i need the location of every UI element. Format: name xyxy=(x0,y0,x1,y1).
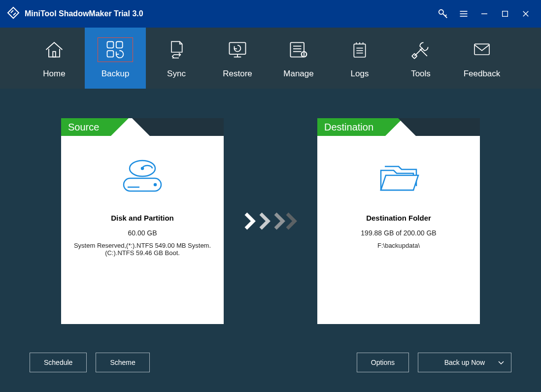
tools-icon xyxy=(410,37,432,62)
destination-path: F:\backupdata\ xyxy=(372,242,426,249)
sync-icon xyxy=(167,37,186,62)
nav-label: Feedback xyxy=(464,69,501,79)
arrow-icon xyxy=(243,118,298,324)
source-details: System Reserved,(*:).NTFS 549.00 MB Syst… xyxy=(61,242,224,257)
nav-label: Home xyxy=(43,69,65,79)
destination-card[interactable]: Destination Destination Folder 199.88 GB… xyxy=(317,118,480,324)
nav-label: Logs xyxy=(351,69,369,79)
main-area: Source Disk and Partition 60.00 GB Syste… xyxy=(0,89,541,392)
backup-icon xyxy=(98,37,133,62)
minimize-button[interactable] xyxy=(476,5,493,22)
source-title: Disk and Partition xyxy=(111,214,174,222)
home-icon xyxy=(43,37,65,62)
close-button[interactable] xyxy=(517,5,534,22)
svg-rect-8 xyxy=(53,52,56,57)
back-up-now-label: Back up Now xyxy=(444,359,485,366)
svg-rect-12 xyxy=(230,42,246,54)
destination-tab-label: Destination xyxy=(317,118,385,136)
app-logo-icon xyxy=(7,6,20,21)
nav-manage[interactable]: Manage xyxy=(268,28,329,89)
nav-feedback[interactable]: Feedback xyxy=(451,28,512,89)
svg-rect-9 xyxy=(107,42,114,48)
nav-label: Manage xyxy=(283,69,313,79)
nav-sync[interactable]: Sync xyxy=(146,28,207,89)
svg-point-30 xyxy=(141,167,143,169)
destination-title: Destination Folder xyxy=(366,214,431,222)
source-size: 60.00 GB xyxy=(128,229,157,237)
nav-label: Backup xyxy=(101,69,130,79)
key-icon[interactable] xyxy=(435,5,451,22)
source-card[interactable]: Source Disk and Partition 60.00 GB Syste… xyxy=(61,118,224,324)
destination-size: 199.88 GB of 200.00 GB xyxy=(361,229,436,237)
app-title: MiniTool ShadowMaker Trial 3.0 xyxy=(25,9,143,18)
nav-label: Restore xyxy=(223,69,252,79)
logs-icon xyxy=(350,37,370,62)
schedule-button[interactable]: Schedule xyxy=(30,353,87,372)
restore-icon xyxy=(227,37,248,62)
back-up-now-button[interactable]: Back up Now xyxy=(418,353,511,372)
disk-icon xyxy=(118,158,167,199)
svg-rect-15 xyxy=(291,42,304,57)
svg-rect-10 xyxy=(116,42,123,48)
nav-home[interactable]: Home xyxy=(24,28,85,89)
nav-tools[interactable]: Tools xyxy=(390,28,451,89)
nav-logs[interactable]: Logs xyxy=(329,28,390,89)
nav-label: Sync xyxy=(167,69,186,79)
maximize-button[interactable] xyxy=(497,5,513,22)
bottom-bar: Schedule Scheme Options Back up Now xyxy=(30,353,511,372)
svg-rect-5 xyxy=(503,11,508,17)
manage-icon xyxy=(288,37,309,62)
nav-label: Tools xyxy=(411,69,431,79)
menu-icon[interactable] xyxy=(455,5,472,22)
nav-restore[interactable]: Restore xyxy=(207,28,268,89)
svg-point-0 xyxy=(439,10,443,14)
scheme-button[interactable]: Scheme xyxy=(96,353,149,372)
title-bar: MiniTool ShadowMaker Trial 3.0 xyxy=(0,0,541,28)
nav-bar: Home Backup Sync xyxy=(0,28,541,89)
caret-down-icon xyxy=(498,359,504,366)
svg-rect-11 xyxy=(107,51,114,57)
options-button[interactable]: Options xyxy=(357,353,409,372)
nav-backup[interactable]: Backup xyxy=(85,28,146,89)
feedback-icon xyxy=(471,37,493,62)
source-tab-label: Source xyxy=(61,118,111,136)
svg-rect-25 xyxy=(474,44,489,55)
folder-icon xyxy=(374,158,423,199)
svg-point-27 xyxy=(154,184,156,186)
